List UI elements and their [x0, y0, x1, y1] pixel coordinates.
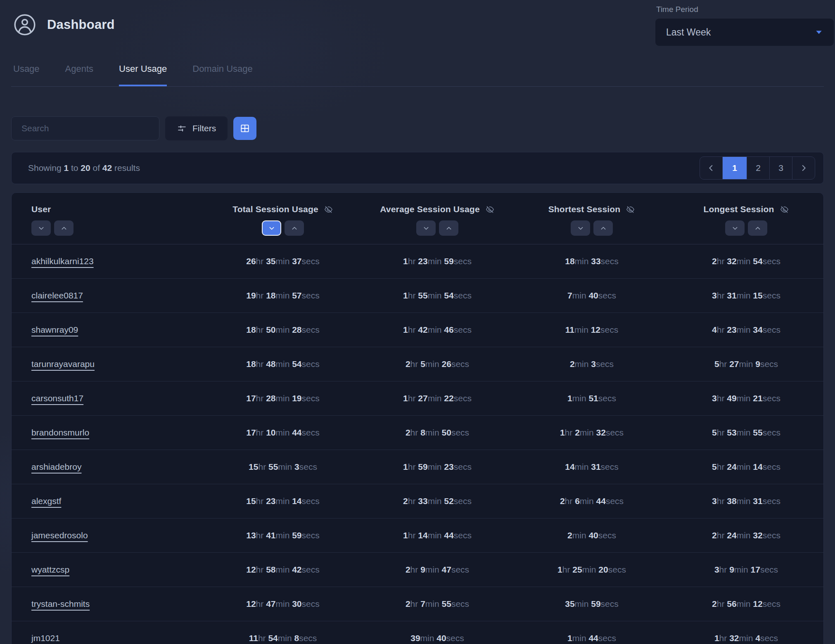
sort-desc-button[interactable]: [571, 220, 590, 236]
shortest-session-cell: 35min 59secs: [515, 599, 669, 609]
summary-word: Showing: [28, 163, 62, 173]
shortest-session-cell: 7min 40secs: [515, 291, 669, 301]
longest-session-cell: 5hr 53min 55secs: [669, 428, 823, 438]
chevron-right-icon: [799, 163, 808, 173]
column-header-average-session: Average Session Usage: [360, 204, 515, 236]
table-row: alexgstf15hr 23min 14secs2hr 33min 52sec…: [12, 484, 823, 519]
tab-usage[interactable]: Usage: [13, 60, 40, 86]
page-title: Dashboard: [47, 17, 115, 32]
table-row: jamesedrosolo13hr 41min 59secs1hr 14min …: [12, 519, 823, 553]
user-link[interactable]: brandonsmurlo: [31, 428, 89, 437]
eye-off-icon[interactable]: [626, 205, 635, 214]
average-session-cell: 1hr 14min 44secs: [360, 530, 515, 540]
sort-asc-button[interactable]: [439, 220, 458, 236]
average-session-cell: 1hr 42min 46secs: [360, 325, 515, 335]
user-link[interactable]: shawnray09: [31, 325, 78, 334]
page-button-2[interactable]: 2: [747, 157, 769, 179]
average-session-cell: 2hr 7min 55secs: [360, 599, 515, 609]
previous-page-button[interactable]: [700, 157, 722, 179]
sort-desc-button[interactable]: [31, 220, 51, 236]
sort-desc-button[interactable]: [725, 220, 745, 236]
user-cell: brandonsmurlo: [12, 428, 206, 438]
total-session-cell: 11hr 54min 8secs: [206, 633, 360, 643]
time-period-select[interactable]: Last Week: [655, 19, 834, 46]
average-session-cell: 2hr 9min 47secs: [360, 565, 515, 575]
column-label: Total Session Usage: [232, 204, 318, 214]
sort-asc-button[interactable]: [748, 220, 767, 236]
user-link[interactable]: tarunrayavarapu: [31, 359, 95, 369]
summary-word: results: [114, 163, 140, 173]
user-cell: wyattzcsp: [12, 565, 206, 575]
dashboard-page: Dashboard Time Period Last Week Usage Ag…: [0, 0, 835, 644]
page-button-1[interactable]: 1: [722, 157, 747, 179]
column-header-shortest-session: Shortest Session: [515, 204, 669, 236]
search-input[interactable]: [11, 116, 159, 140]
tab-domain-usage[interactable]: Domain Usage: [192, 60, 253, 86]
sort-asc-button[interactable]: [54, 220, 74, 236]
user-link[interactable]: clairelee0817: [31, 291, 83, 300]
column-layout-button[interactable]: [233, 117, 256, 140]
sort-desc-button-active[interactable]: [262, 220, 281, 236]
user-link[interactable]: akhilkulkarni123: [31, 256, 94, 266]
shortest-session-cell: 1hr 2min 32secs: [515, 428, 669, 438]
filters-button[interactable]: Filters: [165, 116, 228, 140]
user-cell: tarunrayavarapu: [12, 359, 206, 369]
average-session-cell: 39min 40secs: [360, 633, 515, 643]
table-body: akhilkulkarni12326hr 35min 37secs1hr 23m…: [12, 244, 823, 644]
user-cell: clairelee0817: [12, 291, 206, 301]
sort-desc-button[interactable]: [416, 220, 436, 236]
summary-total: 42: [102, 163, 112, 173]
tab-user-usage[interactable]: User Usage: [119, 60, 167, 86]
longest-session-cell: 3hr 38min 31secs: [669, 496, 823, 506]
total-session-cell: 17hr 28min 19secs: [206, 393, 360, 403]
user-cell: jm1021: [12, 633, 206, 643]
sort-asc-button[interactable]: [285, 220, 304, 236]
summary-to: 20: [81, 163, 90, 173]
column-label: User: [31, 204, 51, 214]
average-session-cell: 2hr 5min 26secs: [360, 359, 515, 369]
user-link[interactable]: wyattzcsp: [31, 565, 69, 574]
shortest-session-cell: 1hr 25min 20secs: [515, 565, 669, 575]
longest-session-cell: 3hr 31min 15secs: [669, 291, 823, 301]
eye-off-icon[interactable]: [485, 205, 495, 214]
column-label: Shortest Session: [548, 204, 621, 214]
table-row: tarunrayavarapu18hr 48min 54secs2hr 5min…: [12, 347, 823, 381]
tab-agents[interactable]: Agents: [65, 60, 94, 86]
user-link[interactable]: jm1021: [31, 633, 60, 643]
table-row: akhilkulkarni12326hr 35min 37secs1hr 23m…: [12, 244, 823, 279]
average-session-cell: 2hr 8min 50secs: [360, 428, 515, 438]
longest-session-cell: 1hr 32min 4secs: [669, 633, 823, 643]
shortest-session-cell: 2min 40secs: [515, 530, 669, 540]
next-page-button[interactable]: [792, 157, 815, 179]
longest-session-cell: 2hr 56min 12secs: [669, 599, 823, 609]
user-link[interactable]: alexgstf: [31, 496, 61, 506]
brand: Dashboard: [13, 13, 115, 36]
average-session-cell: 1hr 23min 59secs: [360, 256, 515, 266]
summary-from: 1: [64, 163, 69, 173]
table-row: wyattzcsp12hr 58min 42secs2hr 9min 47sec…: [12, 553, 823, 587]
table-row: trystan-schmits12hr 47min 30secs2hr 7min…: [12, 587, 823, 621]
page-button-3[interactable]: 3: [769, 157, 792, 179]
user-cell: alexgstf: [12, 496, 206, 506]
user-cell: akhilkulkarni123: [12, 256, 206, 266]
user-link[interactable]: carsonsuth17: [31, 393, 83, 403]
user-cell: trystan-schmits: [12, 599, 206, 609]
average-session-cell: 1hr 27min 22secs: [360, 393, 515, 403]
user-avatar-icon: [13, 13, 36, 36]
table-row: clairelee081719hr 18min 57secs1hr 55min …: [12, 279, 823, 313]
time-period-control: Time Period Last Week: [655, 5, 834, 46]
total-session-cell: 15hr 55min 3secs: [206, 462, 360, 472]
tab-bar: Usage Agents User Usage Domain Usage: [11, 60, 824, 87]
sort-asc-button[interactable]: [593, 220, 613, 236]
chevron-down-icon: [815, 28, 823, 36]
eye-off-icon[interactable]: [324, 205, 333, 214]
filters-label: Filters: [192, 123, 216, 133]
user-link[interactable]: trystan-schmits: [31, 599, 90, 608]
user-link[interactable]: arshiadebroy: [31, 462, 81, 471]
table-header: User Total Session Usage: [12, 193, 823, 244]
table-row: jm102111hr 54min 8secs39min 40secs1min 4…: [12, 621, 823, 644]
user-link[interactable]: jamesedrosolo: [31, 530, 88, 540]
eye-off-icon[interactable]: [780, 205, 789, 214]
column-label: Average Session Usage: [380, 204, 480, 214]
time-period-value: Last Week: [666, 27, 711, 38]
